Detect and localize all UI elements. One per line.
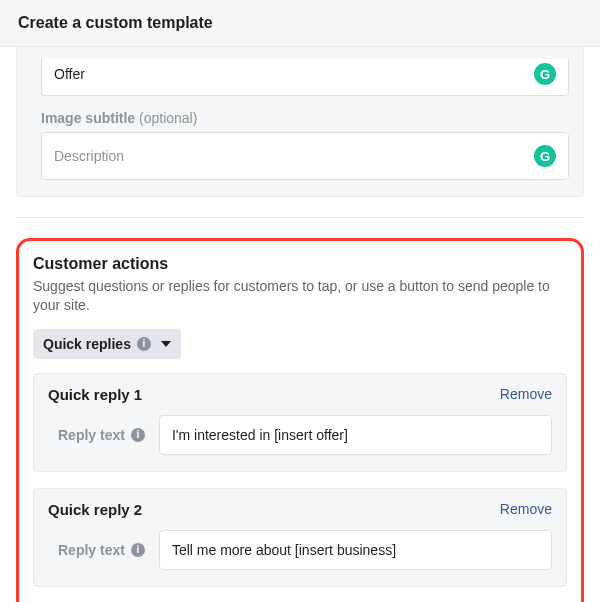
template-preview-card: Offer G Image subtitle (optional) Descri… <box>16 47 584 197</box>
dialog-header: Create a custom template <box>0 0 600 47</box>
action-type-label: Quick replies <box>43 336 131 352</box>
quick-reply-card-1: Quick reply 1 Remove Reply text i I'm in… <box>33 373 567 472</box>
quick-reply-title: Quick reply 2 <box>48 501 142 518</box>
info-icon: i <box>137 337 151 351</box>
image-subtitle-label: Image subtitle (optional) <box>41 110 569 126</box>
image-subtitle-placeholder: Description <box>54 148 124 164</box>
reply-text-input[interactable]: Tell me more about [insert business] <box>159 530 552 570</box>
info-icon: i <box>131 428 145 442</box>
image-subtitle-input[interactable]: Description G <box>41 132 569 180</box>
offer-title-value: Offer <box>54 66 85 82</box>
reply-text-input[interactable]: I'm interested in [insert offer] <box>159 415 552 455</box>
grammarly-icon: G <box>534 145 556 167</box>
customer-actions-title: Customer actions <box>33 255 567 273</box>
page-body: Offer G Image subtitle (optional) Descri… <box>0 47 600 602</box>
remove-quick-reply-button[interactable]: Remove <box>500 386 552 402</box>
offer-title-input[interactable]: Offer G <box>41 59 569 96</box>
quick-reply-card-2: Quick reply 2 Remove Reply text i Tell m… <box>33 488 567 587</box>
grammarly-icon: G <box>534 63 556 85</box>
remove-quick-reply-button[interactable]: Remove <box>500 501 552 517</box>
customer-actions-section: Customer actions Suggest questions or re… <box>16 238 584 602</box>
customer-actions-description: Suggest questions or replies for custome… <box>33 277 567 315</box>
reply-text-label: Reply text i <box>58 427 145 443</box>
dialog-title: Create a custom template <box>18 14 213 31</box>
quick-reply-title: Quick reply 1 <box>48 386 142 403</box>
info-icon: i <box>131 543 145 557</box>
section-divider <box>16 217 584 218</box>
action-type-dropdown[interactable]: Quick replies i <box>33 329 181 359</box>
chevron-down-icon <box>161 341 171 347</box>
reply-text-label: Reply text i <box>58 542 145 558</box>
